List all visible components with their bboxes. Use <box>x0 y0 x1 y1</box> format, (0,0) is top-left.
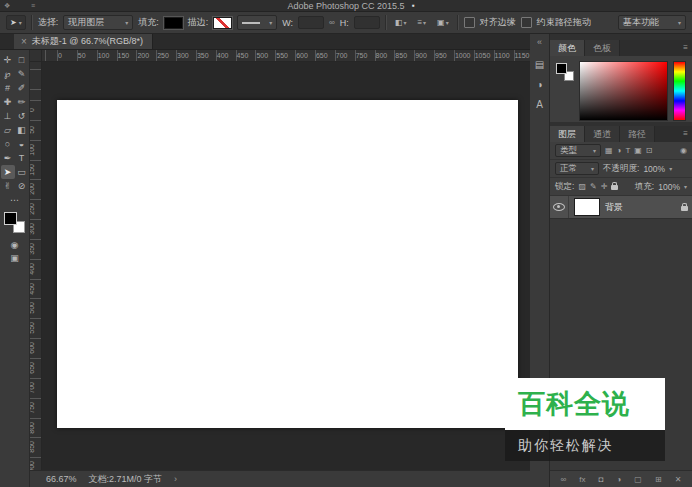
layer-group-icon[interactable]: ▢ <box>634 475 642 484</box>
lock-position-icon[interactable]: ✛ <box>601 182 608 191</box>
tab-color[interactable]: 颜色 <box>550 40 585 56</box>
tab-paths[interactable]: 路径 <box>620 126 655 142</box>
properties-panel-icon[interactable]: ▤ <box>535 59 544 70</box>
titlebar-status-icon: ▪ <box>412 0 415 12</box>
fill-swatch[interactable] <box>164 17 183 29</box>
lock-image-icon[interactable]: ✎ <box>590 182 597 191</box>
filter-type-layers-icon[interactable]: T <box>625 146 630 155</box>
foreground-color-swatch[interactable] <box>556 63 567 74</box>
tab-channels[interactable]: 通道 <box>585 126 620 142</box>
dodge-tool[interactable]: ◒ <box>15 137 29 151</box>
path-operations-button[interactable]: ◧ ▾ <box>392 15 410 30</box>
marquee-tool[interactable]: □ <box>15 53 29 67</box>
blend-mode-value: 正常 <box>560 163 577 175</box>
filter-adjustment-layers-icon[interactable]: ◑ <box>617 146 622 155</box>
healing-brush-tool[interactable]: ✚ <box>1 95 15 109</box>
caret-down-icon: ▾ <box>591 166 594 172</box>
crop-tool[interactable]: # <box>1 81 15 95</box>
foreground-color-swatch[interactable] <box>4 212 17 225</box>
zoom-tool[interactable]: ⊘ <box>15 179 29 193</box>
ruler-label: 400 <box>30 263 42 275</box>
layer-row-background[interactable]: 背景 <box>550 196 692 219</box>
visibility-eye-icon[interactable] <box>553 203 565 211</box>
blur-tool[interactable]: ○ <box>1 137 15 151</box>
shape-tool[interactable]: ▭ <box>15 165 29 179</box>
panel-menu-icon[interactable]: ≡ <box>683 40 688 56</box>
clone-stamp-tool[interactable]: ⊥ <box>1 109 15 123</box>
path-alignment-button[interactable]: ≡ ▾ <box>414 15 429 30</box>
lock-label: 锁定: <box>555 181 574 193</box>
watermark-subtitle-box: 助你轻松解决 <box>505 430 665 461</box>
lasso-tool[interactable]: ℘ <box>1 67 15 81</box>
tool-preset-button[interactable]: ➤ ▾ <box>6 15 26 30</box>
type-tool[interactable]: T <box>15 151 29 165</box>
filter-smart-objects-icon[interactable]: ⊡ <box>646 146 653 155</box>
color-swatches[interactable] <box>4 212 25 233</box>
eyedropper-tool[interactable]: ✐ <box>15 81 29 95</box>
color-panel-swatches[interactable] <box>556 63 574 81</box>
hand-tool[interactable]: ✌ <box>1 179 15 193</box>
panel-menu-icon[interactable]: ≡ <box>683 126 688 142</box>
select-mode-dropdown[interactable]: 现用图层 ▾ <box>63 15 133 30</box>
lock-transparency-icon[interactable]: ▨ <box>578 182 586 191</box>
gradient-tool[interactable]: ◧ <box>15 123 29 137</box>
workspace-switcher[interactable]: 基本功能 ▾ <box>618 15 686 30</box>
character-panel-icon[interactable]: A <box>536 99 543 110</box>
link-dimensions-icon[interactable]: ∞ <box>329 18 335 27</box>
layer-name: 背景 <box>605 201 676 214</box>
path-arrangement-icon: ▣ <box>437 18 445 27</box>
link-layers-icon[interactable]: ∞ <box>561 475 567 484</box>
saturation-brightness-picker[interactable] <box>579 61 668 121</box>
fill-value[interactable]: 100% <box>658 182 680 192</box>
color-panel-body <box>550 56 692 126</box>
status-bar: 66.67% 文档:2.71M/0 字节 › <box>30 470 530 487</box>
quick-mask-button[interactable]: ◉ <box>1 238 29 251</box>
path-arrangement-button[interactable]: ▣ ▾ <box>434 15 452 30</box>
layer-filter-dropdown[interactable]: 类型 ▾ <box>555 144 601 157</box>
new-layer-icon[interactable]: ⊞ <box>655 475 662 484</box>
shape-height-field[interactable] <box>354 16 380 29</box>
history-brush-tool[interactable]: ↺ <box>15 109 29 123</box>
document-tab[interactable]: × 未标题-1 @ 66.7%(RGB/8*) <box>14 34 153 49</box>
close-icon[interactable]: × <box>21 37 27 47</box>
ruler-label: 150 <box>118 50 138 61</box>
status-chevron-icon[interactable]: › <box>174 474 177 484</box>
constrain-path-checkbox[interactable] <box>521 17 532 28</box>
visibility-cell[interactable] <box>550 196 569 218</box>
brush-tool[interactable]: ✏ <box>15 95 29 109</box>
stroke-swatch[interactable] <box>213 17 232 29</box>
pen-tool[interactable]: ✒ <box>1 151 15 165</box>
opacity-value[interactable]: 100% <box>643 164 665 174</box>
align-edges-checkbox[interactable] <box>464 17 475 28</box>
tab-swatches[interactable]: 色板 <box>585 40 620 56</box>
ruler-label: 950 <box>435 50 455 61</box>
layer-thumbnail[interactable] <box>574 198 600 216</box>
filter-pixel-layers-icon[interactable]: ▦ <box>605 146 613 155</box>
collapse-dock-icon[interactable]: « <box>537 37 542 47</box>
shape-width-field[interactable] <box>298 16 324 29</box>
lock-all-icon[interactable] <box>611 185 618 190</box>
tab-layers[interactable]: 图层 <box>550 126 585 142</box>
caret-down-icon: ▾ <box>593 148 596 154</box>
canvas-document[interactable] <box>57 100 518 428</box>
move-tool[interactable]: ✛ <box>1 53 15 67</box>
layer-filter-toggle-icon[interactable]: ◉ <box>680 146 687 155</box>
quick-selection-tool[interactable]: ✎ <box>15 67 29 81</box>
ruler-origin[interactable] <box>30 50 42 62</box>
screen-mode-button[interactable]: ▣ <box>1 251 29 264</box>
delete-layer-icon[interactable]: ✕ <box>675 475 682 484</box>
pasteboard[interactable] <box>42 62 530 470</box>
hue-slider[interactable] <box>673 61 686 121</box>
edit-toolbar-button[interactable]: ⋯ <box>1 193 29 206</box>
layer-effects-icon[interactable]: fx <box>579 475 585 484</box>
path-selection-tool[interactable]: ➤ <box>1 165 15 179</box>
adjustments-panel-icon[interactable]: ◑ <box>536 79 542 90</box>
blend-mode-dropdown[interactable]: 正常 ▾ <box>555 162 599 175</box>
eraser-tool[interactable]: ▱ <box>1 123 15 137</box>
filter-shape-layers-icon[interactable]: ▣ <box>634 146 642 155</box>
zoom-level-field[interactable]: 66.67% <box>46 474 77 484</box>
stroke-type-dropdown[interactable]: ▾ <box>237 15 277 30</box>
adjustment-layer-icon[interactable]: ◑ <box>616 475 621 484</box>
ruler-label: 1050 <box>475 50 495 61</box>
layer-mask-icon[interactable]: ◘ <box>599 475 604 484</box>
